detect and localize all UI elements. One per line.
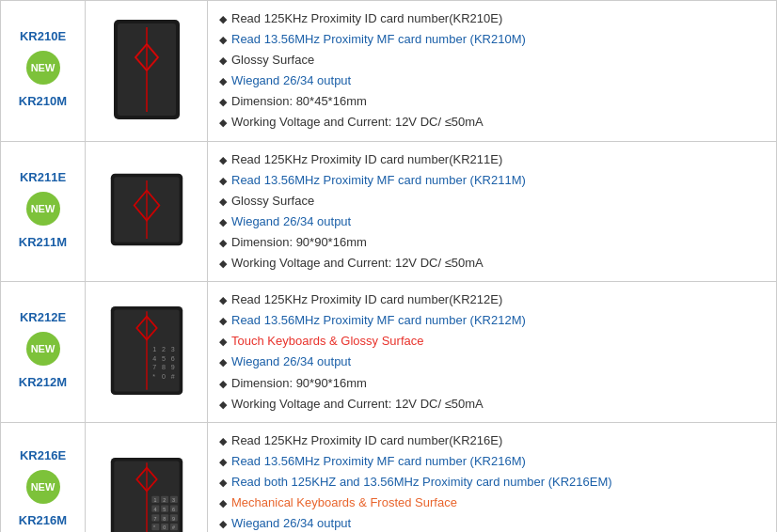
model-kr210m: KR210M xyxy=(19,94,67,108)
model-kr216e: KR216E xyxy=(20,448,66,462)
feature-line: ◆ Working Voltage and Current: 12V DC/ ≤… xyxy=(219,112,765,133)
feature-line: ◆ Wiegand 26/34 output xyxy=(219,70,765,91)
feature-line: ◆ Glossy Surface xyxy=(219,191,765,211)
svg-text:0: 0 xyxy=(162,373,166,381)
svg-text:#: # xyxy=(170,373,174,381)
svg-text:3: 3 xyxy=(172,497,175,503)
device-image-3: 1 2 3 4 5 6 7 8 9 * 0 # xyxy=(86,282,208,423)
feature-line: ◆ Read 13.56MHz Proximity MF card number… xyxy=(219,170,765,191)
product-table: KR210E NEW KR210M ◆ Read 125KHz Proximit… xyxy=(0,0,777,532)
touch-keyboards-label: Touch Keyboards & Glossy Surface xyxy=(231,331,424,352)
feature-line: ◆ Read 125KHz Proximity ID card number(K… xyxy=(219,289,765,310)
svg-text:4: 4 xyxy=(153,506,156,511)
device-image-2 xyxy=(86,141,208,282)
feature-line: ◆ Wiegand 26/34 output xyxy=(219,513,765,532)
model-kr211e: KR211E xyxy=(20,170,66,184)
svg-text:2: 2 xyxy=(162,346,166,353)
feature-line: ◆ Read 13.56MHz Proximity MF card number… xyxy=(219,310,765,331)
table-row: KR211E NEW KR211M ◆ Read 125KHz Proximit… xyxy=(1,141,777,282)
feature-line: ◆ Read 13.56MHz Proximity MF card number… xyxy=(219,29,765,50)
model-kr212e: KR212E xyxy=(20,310,66,324)
model-cell-2: KR211E NEW KR211M xyxy=(1,141,86,282)
feature-line: ◆ Read 13.56MHz Proximity MF card number… xyxy=(219,451,765,472)
table-row: KR216E NEW KR216M KR216EM xyxy=(1,422,777,532)
svg-text:6: 6 xyxy=(172,506,175,511)
device-svg-keypad2: 1 2 3 4 5 6 7 8 9 * 0 # xyxy=(109,450,184,532)
svg-text:7: 7 xyxy=(152,364,156,371)
table-row: KR212E NEW KR212M 1 2 3 4 5 6 7 xyxy=(1,282,777,423)
feature-line: ◆ Read 125KHz Proximity ID card number(K… xyxy=(219,149,765,170)
svg-text:8: 8 xyxy=(162,364,166,371)
model-kr212m: KR212M xyxy=(19,375,67,389)
feature-line: ◆ Read both 125KHZ and 13.56MHz Proximit… xyxy=(219,472,765,493)
feature-line: ◆ Wiegand 26/34 output xyxy=(219,211,765,232)
feature-line: ◆ Dimension: 90*90*16mm xyxy=(219,232,765,253)
svg-text:1: 1 xyxy=(153,497,156,503)
svg-text:3: 3 xyxy=(170,346,174,353)
feature-line: ◆ Glossy Surface xyxy=(219,50,765,70)
feature-line: ◆ Dimension: 90*90*16mm xyxy=(219,373,765,394)
svg-text:9: 9 xyxy=(172,515,175,521)
features-1: ◆ Read 125KHz Proximity ID card number(K… xyxy=(208,1,777,142)
new-badge: NEW xyxy=(26,332,60,366)
model-cell-1: KR210E NEW KR210M xyxy=(1,1,86,142)
feature-line: ◆ Read 125KHz Proximity ID card number(K… xyxy=(219,430,765,451)
svg-text:#: # xyxy=(172,524,175,530)
svg-text:*: * xyxy=(153,524,155,530)
device-svg-square xyxy=(109,158,184,261)
model-cell-3: KR212E NEW KR212M xyxy=(1,282,86,423)
mechanical-keyboards-label: Mechanical Keyboards & Frosted Surface xyxy=(231,493,457,513)
svg-text:6: 6 xyxy=(170,355,174,363)
features-2: ◆ Read 125KHz Proximity ID card number(K… xyxy=(208,141,777,282)
svg-text:*: * xyxy=(152,373,155,381)
model-kr216m: KR216M xyxy=(19,513,67,527)
features-3: ◆ Read 125KHz Proximity ID card number(K… xyxy=(208,282,777,423)
feature-line: ◆ Working Voltage and Current: 12V DC/ ≤… xyxy=(219,394,765,415)
feature-line: ◆ Touch Keyboards & Glossy Surface xyxy=(219,331,765,352)
device-svg-keypad: 1 2 3 4 5 6 7 8 9 * 0 # xyxy=(109,299,184,402)
svg-text:7: 7 xyxy=(153,515,156,521)
svg-text:8: 8 xyxy=(163,515,166,521)
feature-line: ◆ Working Voltage and Current: 12V DC/ ≤… xyxy=(219,253,765,274)
feature-line: ◆ Mechanical Keyboards & Frosted Surface xyxy=(219,493,765,513)
new-badge: NEW xyxy=(26,192,60,226)
table-row: KR210E NEW KR210M ◆ Read 125KHz Proximit… xyxy=(1,1,777,142)
feature-line: ◆ Wiegand 26/34 output xyxy=(219,352,765,372)
svg-text:9: 9 xyxy=(170,364,174,371)
new-badge: NEW xyxy=(26,51,60,85)
model-cell-4: KR216E NEW KR216M KR216EM xyxy=(1,422,86,532)
svg-text:1: 1 xyxy=(152,346,156,353)
device-image-4: 1 2 3 4 5 6 7 8 9 * 0 # xyxy=(86,422,208,532)
model-kr211m: KR211M xyxy=(19,235,67,249)
new-badge: NEW xyxy=(26,470,60,504)
device-svg-plain xyxy=(109,18,184,121)
model-kr210e: KR210E xyxy=(20,29,66,43)
device-image-1 xyxy=(86,1,208,142)
features-4: ◆ Read 125KHz Proximity ID card number(K… xyxy=(208,422,777,532)
svg-text:2: 2 xyxy=(163,497,166,503)
svg-text:4: 4 xyxy=(152,355,156,363)
feature-line: ◆ Read 125KHz Proximity ID card number(K… xyxy=(219,8,765,29)
svg-text:5: 5 xyxy=(162,355,166,363)
svg-text:5: 5 xyxy=(163,506,166,511)
feature-line: ◆ Dimension: 80*45*16mm xyxy=(219,91,765,112)
svg-text:0: 0 xyxy=(163,524,166,530)
